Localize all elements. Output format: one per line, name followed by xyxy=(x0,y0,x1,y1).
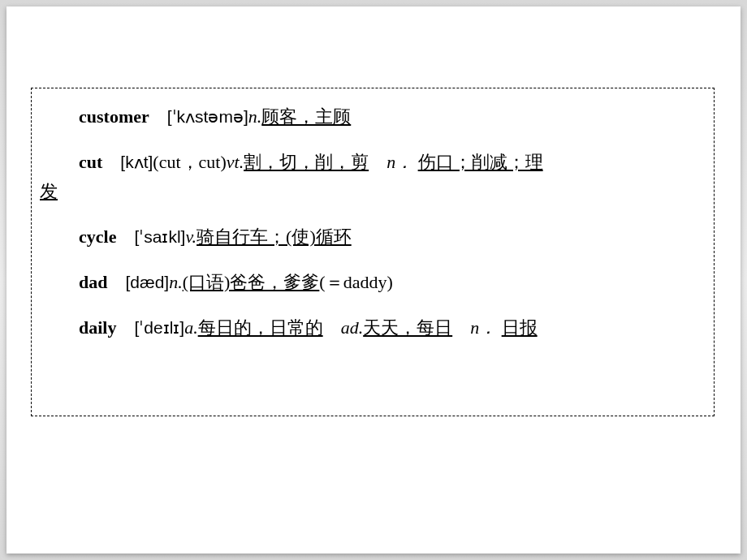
entry-cut: cut [kʌt](cut，cut)vt.割，切，削，剪 n． 伤口；削减；理 … xyxy=(40,149,697,205)
def3-daily: 日报 xyxy=(502,317,538,338)
headword-daily: daily xyxy=(79,317,116,338)
ipa-daily: [ˈdeɪlɪ] xyxy=(134,318,184,337)
ipa-cycle: [ˈsaɪkl] xyxy=(134,227,185,246)
entry-daily: daily [ˈdeɪlɪ]a.每日的，日常的 ad.天天，每日 n． 日报 xyxy=(40,314,697,342)
pos3-daily: n． xyxy=(470,317,497,338)
pos2-cut: n． xyxy=(386,152,413,172)
ipa-dad: [dæd] xyxy=(125,273,169,291)
ipa-customer: [ˈkʌstəmə] xyxy=(167,107,248,126)
def-dad: (口语)爸爸，爹爹 xyxy=(183,272,320,292)
pos-cycle: v. xyxy=(185,226,196,247)
headword-customer: customer xyxy=(79,106,149,127)
pos-customer: n. xyxy=(248,106,262,127)
entry-cycle: cycle [ˈsaɪkl]v.骑自行车；(使)循环 xyxy=(40,223,697,251)
def2a-cut: 伤口；削减；理 xyxy=(418,152,543,172)
entry-dad: dad [dæd]n.(口语)爸爸，爹爹(＝daddy) xyxy=(40,269,697,296)
forms-cut: (cut，cut) xyxy=(153,152,226,172)
slide-canvas: customer [ˈkʌstəmə]n.顾客，主顾 cut [kʌt](cut… xyxy=(6,6,741,554)
headword-cut: cut xyxy=(79,152,102,172)
content-box: customer [ˈkʌstəmə]n.顾客，主顾 cut [kʌt](cut… xyxy=(31,88,715,416)
def1-cut: 割，切，削，剪 xyxy=(244,152,369,172)
pos1-daily: a. xyxy=(184,317,198,338)
def2-daily: 天天，每日 xyxy=(363,317,452,338)
def2b-cut: 发 xyxy=(40,181,58,201)
headword-cycle: cycle xyxy=(79,226,116,247)
ipa-cut: [kʌt] xyxy=(120,153,153,171)
note-dad: (＝daddy) xyxy=(319,272,392,292)
pos1-cut: vt. xyxy=(227,152,244,172)
def-cycle: 骑自行车；(使)循环 xyxy=(196,226,352,247)
headword-dad: dad xyxy=(79,272,107,292)
entry-customer: customer [ˈkʌstəmə]n.顾客，主顾 xyxy=(40,103,697,131)
def1-daily: 每日的，日常的 xyxy=(198,317,323,338)
pos-dad: n. xyxy=(169,272,183,292)
def-customer: 顾客，主顾 xyxy=(261,106,351,127)
pos2-daily: ad. xyxy=(341,317,364,338)
